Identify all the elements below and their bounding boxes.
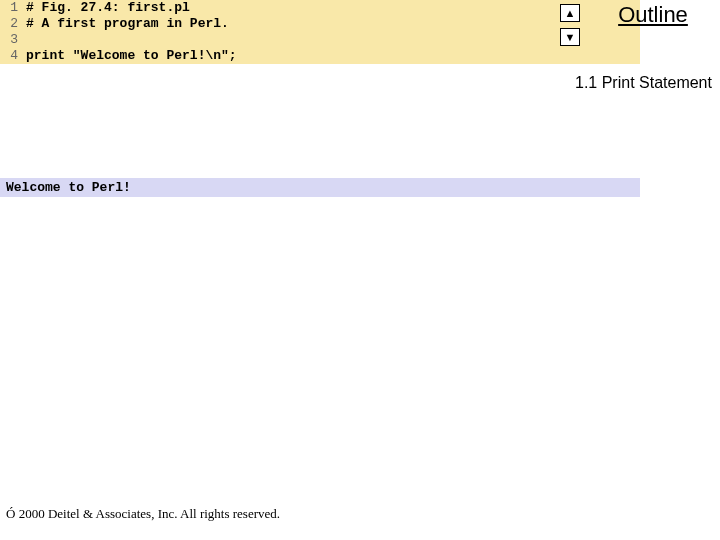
triangle-up-icon: ▲ <box>565 7 576 19</box>
copyright-footer: Ó 2000 Deitel & Associates, Inc. All rig… <box>6 506 280 522</box>
outline-subsection: 1.1 Print Statement <box>575 74 712 92</box>
code-listing: 1# Fig. 27.4: first.pl2# A first program… <box>0 0 640 64</box>
nav-up-button[interactable]: ▲ <box>560 4 580 22</box>
code-line: 4print "Welcome to Perl!\n"; <box>0 48 640 64</box>
code-line: 3 <box>0 32 640 48</box>
line-text: # Fig. 27.4: first.pl <box>26 0 190 16</box>
outline-title: Outline <box>558 2 718 28</box>
nav-down-button[interactable]: ▼ <box>560 28 580 46</box>
program-output: Welcome to Perl! <box>0 178 640 197</box>
code-line: 1# Fig. 27.4: first.pl <box>0 0 640 16</box>
line-number: 2 <box>0 16 26 32</box>
line-number: 1 <box>0 0 26 16</box>
triangle-down-icon: ▼ <box>565 31 576 43</box>
copyright-symbol: Ó <box>6 506 15 521</box>
line-number: 3 <box>0 32 26 48</box>
code-line: 2# A first program in Perl. <box>0 16 640 32</box>
line-number: 4 <box>0 48 26 64</box>
line-text: print "Welcome to Perl!\n"; <box>26 48 237 64</box>
copyright-text: 2000 Deitel & Associates, Inc. All right… <box>19 506 280 521</box>
outline-panel: ▲ ▼ Outline <box>558 2 718 28</box>
line-text: # A first program in Perl. <box>26 16 229 32</box>
